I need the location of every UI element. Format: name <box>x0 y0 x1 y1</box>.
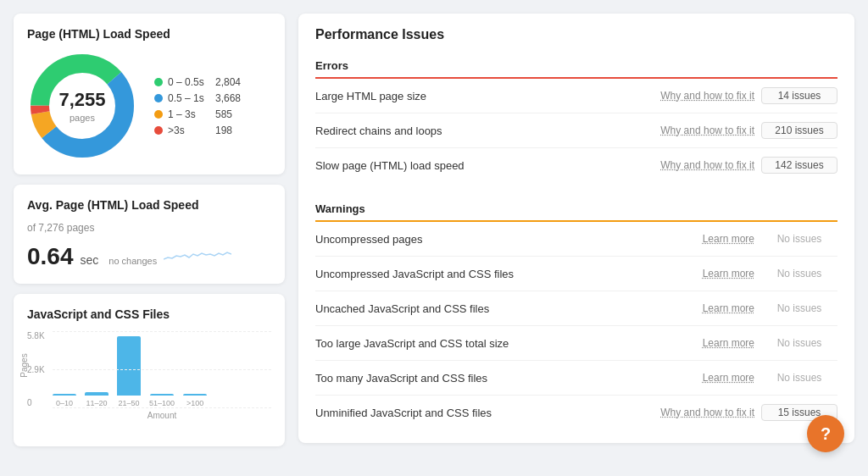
issue-badge: No issues <box>761 265 837 282</box>
bar <box>183 394 207 396</box>
issue-name: Uncached JavaScript and CSS files <box>315 302 646 315</box>
donut-total: 7,255 <box>58 89 105 111</box>
legend-item: 1 – 3s 585 <box>154 108 241 120</box>
legend-item: >3s 198 <box>154 125 241 136</box>
y-axis-title: Pages <box>19 353 29 377</box>
issue-badge: No issues <box>761 369 837 386</box>
issue-badge: 210 issues <box>761 122 837 139</box>
warnings-header: Warnings <box>315 196 837 222</box>
issue-link[interactable]: Learn more <box>653 268 754 280</box>
table-row: Slow page (HTML) load speed Why and how … <box>315 148 837 182</box>
bar <box>150 394 174 396</box>
legend-label: 0 – 0.5s <box>168 76 210 88</box>
donut-total-label: pages <box>70 113 95 123</box>
legend-item: 0 – 0.5s 2,804 <box>154 76 241 88</box>
bar-x-label: 21–50 <box>118 399 139 407</box>
js-css-title: JavaScript and CSS Files <box>27 307 271 321</box>
table-row: Uncompressed pages Learn more No issues <box>315 222 837 257</box>
issue-badge: 142 issues <box>761 157 837 174</box>
issue-name: Too many JavaScript and CSS files <box>315 372 646 385</box>
grid-line-bottom <box>53 407 271 408</box>
donut-legend: 0 – 0.5s 2,804 0.5 – 1s 3,668 1 – 3s 585… <box>154 76 241 136</box>
help-button[interactable]: ? <box>807 415 844 452</box>
perf-title: Performance Issues <box>315 27 837 42</box>
avg-speed-row: 0.64 sec no changes <box>27 241 271 270</box>
legend-label: >3s <box>168 125 210 136</box>
table-row: Uncached JavaScript and CSS files Learn … <box>315 291 837 326</box>
avg-speed-card: Avg. Page (HTML) Load Speed of 7,276 pag… <box>14 185 285 284</box>
bar-x-label: 11–20 <box>86 399 107 407</box>
legend-value: 2,804 <box>215 76 241 88</box>
left-column: Page (HTML) Load Speed <box>14 14 285 446</box>
avg-speed-change: no changes <box>108 256 157 266</box>
issue-badge: No issues <box>761 300 837 317</box>
warnings-list: Uncompressed pages Learn more No issues … <box>315 222 837 429</box>
issue-link[interactable]: Learn more <box>653 302 754 314</box>
issue-name: Unminified JavaScript and CSS files <box>315 407 646 419</box>
legend-item: 0.5 – 1s 3,668 <box>154 92 241 104</box>
grid-line-top <box>53 331 271 332</box>
grid-line-mid <box>53 369 271 370</box>
avg-speed-value: 0.64 <box>27 243 74 270</box>
bar-chart-area: 5.8K2.9K0 Pages 0–1011–2021–5051–100>100… <box>27 331 271 433</box>
donut-card-title: Page (HTML) Load Speed <box>27 27 271 41</box>
donut-center: 7,255 pages <box>58 89 105 124</box>
issue-name: Slow page (HTML) load speed <box>315 159 646 172</box>
avg-speed-subtitle: of 7,276 pages <box>27 222 271 234</box>
donut-chart: 7,255 pages <box>27 51 137 161</box>
avg-speed-unit: sec <box>81 253 99 267</box>
table-row: Too many JavaScript and CSS files Learn … <box>315 361 837 396</box>
table-row: Redirect chains and loops Why and how to… <box>315 113 837 148</box>
issue-badge: No issues <box>761 230 837 247</box>
right-panel: Performance Issues Errors Large HTML pag… <box>298 14 854 443</box>
js-css-card: JavaScript and CSS Files 5.8K2.9K0 Pages… <box>14 294 285 446</box>
issue-link[interactable]: Why and how to fix it <box>653 125 754 136</box>
legend-dot <box>154 94 163 102</box>
sparkline-chart <box>164 244 231 264</box>
table-row: Too large JavaScript and CSS total size … <box>315 326 837 361</box>
issue-link[interactable]: Why and how to fix it <box>653 90 754 102</box>
table-row: Large HTML page size Why and how to fix … <box>315 79 837 113</box>
legend-dot <box>154 126 163 135</box>
bar <box>117 336 141 396</box>
bar <box>85 392 108 396</box>
bar-x-label: >100 <box>186 399 203 407</box>
table-row: Unminified JavaScript and CSS files Why … <box>315 396 837 429</box>
legend-dot <box>154 78 163 86</box>
bar-group: >100 <box>183 394 207 407</box>
bar-group: 11–20 <box>85 392 108 407</box>
issue-badge: No issues <box>761 335 837 351</box>
bar-x-label: 51–100 <box>149 399 175 407</box>
issue-link[interactable]: Why and how to fix it <box>653 159 754 171</box>
issue-name: Redirect chains and loops <box>315 125 646 137</box>
legend-dot <box>154 110 163 119</box>
legend-label: 1 – 3s <box>168 108 210 120</box>
y-label: 0 <box>27 398 45 407</box>
issue-name: Large HTML page size <box>315 90 646 102</box>
y-label: 5.8K <box>27 331 45 340</box>
issue-link[interactable]: Why and how to fix it <box>653 407 754 418</box>
bar-chart-inner: 5.8K2.9K0 Pages 0–1011–2021–5051–100>100 <box>27 331 271 407</box>
issue-link[interactable]: Learn more <box>653 233 754 245</box>
bar <box>53 394 76 396</box>
issue-link[interactable]: Learn more <box>653 372 754 384</box>
y-axis-labels: 5.8K2.9K0 <box>27 331 45 407</box>
bar-group: 0–10 <box>53 394 76 407</box>
y-label: 2.9K <box>27 365 45 374</box>
issue-name: Too large JavaScript and CSS total size <box>315 337 646 350</box>
donut-card: Page (HTML) Load Speed <box>14 14 285 174</box>
legend-value: 585 <box>215 108 232 120</box>
legend-label: 0.5 – 1s <box>168 92 210 104</box>
help-icon: ? <box>821 424 831 444</box>
issue-link[interactable]: Learn more <box>653 337 754 349</box>
errors-list: Large HTML page size Why and how to fix … <box>315 79 837 182</box>
issue-name: Uncompressed JavaScript and CSS files <box>315 268 646 280</box>
avg-speed-title: Avg. Page (HTML) Load Speed <box>27 198 271 212</box>
errors-header: Errors <box>315 53 837 79</box>
bar-group: 51–100 <box>149 394 175 407</box>
bar-x-label: 0–10 <box>56 399 73 407</box>
donut-section: 7,255 pages 0 – 0.5s 2,804 0.5 – 1s 3,66… <box>27 51 271 161</box>
issue-badge: 14 issues <box>761 87 837 104</box>
x-axis-title: Amount <box>27 411 271 420</box>
legend-value: 3,668 <box>215 92 241 104</box>
